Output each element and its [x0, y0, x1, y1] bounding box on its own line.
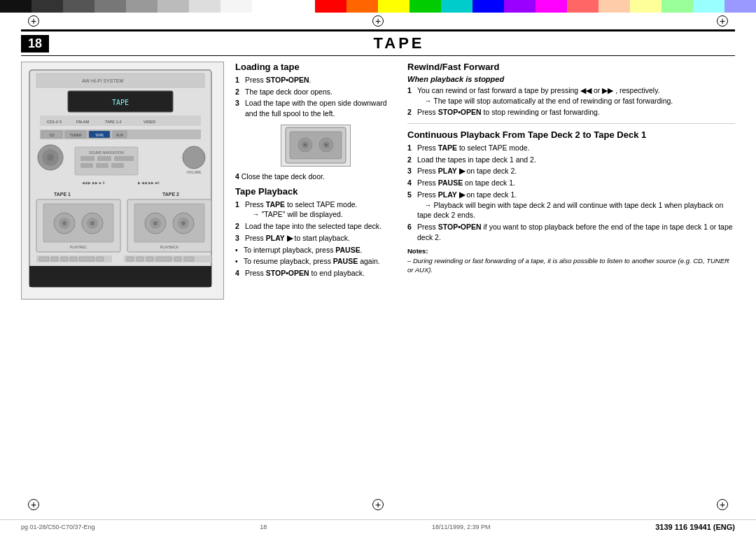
svg-point-49: [153, 221, 158, 225]
svg-text:FM-AM: FM-AM: [76, 120, 89, 124]
tp-step-1: 1 Press TAPE to select TAPE mode. → "TAP…: [235, 199, 396, 220]
svg-text:TAPE: TAPE: [95, 133, 104, 137]
svg-rect-58: [70, 257, 77, 261]
color-cyan: [441, 0, 472, 13]
reg-marks-row: [0, 13, 756, 29]
continuous-title: Continuous Playback From Tape Deck 2 to …: [407, 129, 735, 140]
svg-rect-24: [80, 156, 94, 161]
continuous-steps: 1 Press TAPE to select TAPE mode. 2 Load…: [407, 143, 735, 242]
tp-step-4: 4 Press STOP•OPEN to end playback.: [235, 268, 396, 279]
color-peach: [598, 0, 630, 13]
tape-image: [281, 125, 351, 167]
bottom-reg-center: [372, 499, 384, 510]
color-pink: [567, 0, 598, 13]
color-violet: [504, 0, 536, 13]
svg-text:TAPE 1-2: TAPE 1-2: [105, 120, 121, 124]
device-image: AW HI-FI SYSTEM TAPE CD1-2-3 FM-AM TAPE …: [21, 62, 224, 300]
svg-rect-57: [61, 257, 68, 261]
svg-text:AW HI-FI SYSTEM: AW HI-FI SYSTEM: [82, 78, 123, 83]
color-lt-green: [662, 0, 693, 13]
notes-text: – During rewinding or fast forwarding of…: [407, 256, 735, 275]
notes-title: Notes:: [407, 246, 735, 255]
svg-text:TAPE 2: TAPE 2: [162, 192, 179, 197]
svg-point-52: [181, 221, 186, 225]
footer: pg 01-28/C50-C70/37-Eng 18 18/11/1999, 2…: [0, 519, 756, 534]
color-lt-cyan: [693, 0, 724, 13]
svg-rect-64: [146, 257, 153, 261]
color-gray5: [189, 0, 220, 13]
tp-step-2: 2 Load the tape into the selected tape d…: [235, 221, 396, 232]
color-gray1: [63, 0, 94, 13]
continuous-section: Continuous Playback From Tape Deck 2 to …: [407, 129, 735, 242]
svg-text:TAPE: TAPE: [112, 99, 129, 106]
loading-step-2: 2 The tape deck door opens.: [235, 87, 396, 97]
svg-rect-63: [136, 257, 144, 261]
svg-text:CD1-2-3: CD1-2-3: [47, 120, 62, 124]
loading-step-1: 1 Press STOP•OPEN.: [235, 75, 396, 85]
svg-rect-62: [127, 257, 134, 261]
device-svg: AW HI-FI SYSTEM TAPE CD1-2-3 FM-AM TAPE …: [26, 66, 215, 290]
tape-playback-section: Tape Playback 1 Press TAPE to select TAP…: [235, 186, 396, 279]
rewind-subtitle: When playback is stopped: [407, 75, 735, 83]
footer-right: 3139 116 19441 (ENG): [655, 523, 735, 531]
color-magenta: [536, 0, 567, 13]
footer-left: pg 01-28/C50-C70/37-Eng: [21, 524, 95, 531]
tp-bullet-1: • To interrupt playback, press PAUSE.: [235, 245, 396, 255]
svg-rect-29: [111, 163, 124, 168]
footer-timestamp: 18/11/1999, 2:39 PM: [432, 524, 491, 531]
page-title: TAPE: [63, 34, 735, 52]
rw-step-1: 1 You can rewind or fast forward a tape …: [407, 85, 735, 106]
svg-point-30: [183, 146, 205, 169]
rewind-title: Rewind/Fast Forward: [407, 62, 735, 72]
svg-rect-27: [80, 163, 93, 168]
reg-mark-right: [717, 15, 728, 27]
svg-text:VIDEO: VIDEO: [144, 120, 156, 124]
loading-title: Loading a tape: [235, 62, 396, 72]
reg-mark-left: [28, 15, 39, 27]
loading-section: Loading a tape 1 Press STOP•OPEN. 2 The …: [235, 62, 396, 119]
divider: [407, 123, 735, 124]
loading-step-3: 3 Load the tape with the open side downw…: [235, 98, 396, 118]
svg-text:SOUND NAVIGATION: SOUND NAVIGATION: [89, 150, 124, 155]
page-number: 18: [21, 35, 49, 52]
color-yellow: [378, 0, 410, 13]
svg-rect-55: [39, 257, 49, 261]
svg-rect-67: [184, 257, 194, 261]
notes-section: Notes: – During rewinding or fast forwar…: [407, 246, 735, 274]
right-panel: Rewind/Fast Forward When playback is sto…: [407, 62, 735, 300]
tape-playback-title: Tape Playback: [235, 186, 396, 197]
cp-step-1: 1 Press TAPE to select TAPE mode.: [407, 143, 735, 153]
color-dark: [31, 0, 63, 13]
color-gray4: [158, 0, 189, 13]
svg-text:TUNER: TUNER: [69, 133, 82, 137]
svg-rect-26: [114, 156, 134, 161]
color-gray3: [126, 0, 158, 13]
color-white: [220, 0, 252, 13]
svg-text:▶ ◀◀ ▶▶ ■⏸: ▶ ◀◀ ▶▶ ■⏸: [138, 181, 160, 185]
svg-rect-28: [96, 163, 108, 168]
color-orange: [346, 0, 378, 13]
svg-point-40: [62, 221, 66, 225]
color-bar: [0, 0, 756, 13]
color-black: [0, 0, 31, 13]
color-lt-yellow: [630, 0, 662, 13]
svg-text:TAPE 1: TAPE 1: [54, 192, 71, 197]
rewind-steps: 1 You can rewind or fast forward a tape …: [407, 85, 735, 118]
svg-text:AUX: AUX: [116, 133, 124, 137]
svg-text:PLAYBACK: PLAYBACK: [160, 245, 179, 249]
tp-bullet-2: • To resume playback, press PAUSE again.: [235, 256, 396, 267]
color-gray2: [94, 0, 126, 13]
cp-step-5: 5 Press PLAY ▶ on tape deck 1. → Playbac…: [407, 190, 735, 220]
middle-panel: Loading a tape 1 Press STOP•OPEN. 2 The …: [235, 62, 396, 300]
color-green: [410, 0, 441, 13]
bottom-reg-marks: [0, 496, 756, 513]
svg-text:PLAY/REC: PLAY/REC: [70, 245, 88, 249]
svg-rect-56: [51, 257, 58, 261]
svg-point-73: [304, 143, 307, 146]
svg-text:CD: CD: [49, 133, 55, 137]
bottom-reg-left: [28, 499, 39, 510]
cp-step-2: 2 Load the tapes in tape deck 1 and 2.: [407, 155, 735, 165]
tape-svg: [284, 126, 347, 164]
footer-center: 18: [260, 524, 267, 531]
page-header: 18 TAPE: [21, 29, 735, 56]
